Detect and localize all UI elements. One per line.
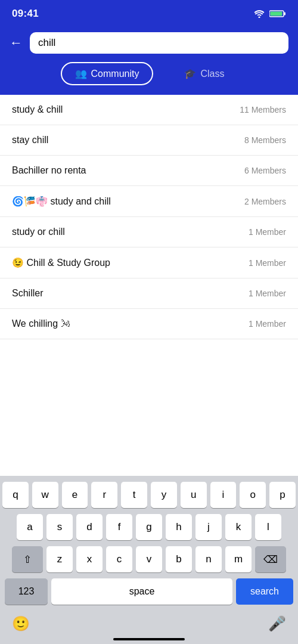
- result-members: 1 Member: [249, 289, 286, 298]
- table-row[interactable]: stay chill 8 Members: [0, 125, 298, 156]
- key-c[interactable]: c: [106, 546, 132, 572]
- table-row[interactable]: study & chill 11 Members: [0, 95, 298, 125]
- community-tab-label: Community: [91, 69, 139, 79]
- svg-rect-2: [271, 12, 283, 16]
- key-f[interactable]: f: [106, 514, 132, 540]
- shift-key[interactable]: ⇧: [12, 546, 43, 572]
- emoji-icon[interactable]: 🙂: [12, 615, 30, 632]
- result-members: 1 Member: [249, 319, 286, 329]
- table-row[interactable]: We chilling 🌬 1 Member: [0, 309, 298, 339]
- battery-icon: [269, 10, 286, 18]
- keyboard-row-2: a s d f g h j k l: [2, 514, 296, 540]
- key-u[interactable]: u: [181, 482, 207, 508]
- status-time: 09:41: [12, 8, 39, 20]
- keyboard-row-3: ⇧ z x c v b n m ⌫: [2, 546, 296, 572]
- result-name: stay chill: [12, 135, 48, 145]
- key-p[interactable]: p: [269, 482, 296, 508]
- tab-class[interactable]: 🎓 Class: [171, 62, 237, 85]
- result-name: We chilling 🌬: [12, 318, 70, 329]
- class-icon: 🎓: [184, 68, 196, 79]
- key-z[interactable]: z: [46, 546, 73, 572]
- status-icons: [254, 10, 286, 18]
- result-members: 8 Members: [244, 135, 286, 145]
- key-i[interactable]: i: [210, 482, 237, 508]
- key-a[interactable]: a: [17, 514, 43, 540]
- mic-icon[interactable]: 🎤: [268, 615, 286, 632]
- search-key[interactable]: search: [236, 578, 293, 605]
- tab-community[interactable]: 👥 Community: [61, 62, 154, 85]
- results-list: study & chill 11 Members stay chill 8 Me…: [0, 95, 298, 339]
- keyboard-emoji-row: 🙂 🎤: [2, 611, 296, 638]
- key-o[interactable]: o: [240, 482, 266, 508]
- space-key[interactable]: space: [51, 578, 232, 605]
- key-d[interactable]: d: [76, 514, 103, 540]
- table-row[interactable]: 😉 Chill & Study Group 1 Member: [0, 247, 298, 278]
- key-r[interactable]: r: [91, 482, 117, 508]
- key-m[interactable]: m: [225, 546, 252, 572]
- home-indicator: [113, 638, 185, 640]
- result-name: study & chill: [12, 104, 63, 115]
- table-row[interactable]: Schiller 1 Member: [0, 278, 298, 309]
- key-h[interactable]: h: [166, 514, 192, 540]
- class-tab-label: Class: [200, 69, 224, 79]
- table-row[interactable]: 🌀🎏👘 study and chill 2 Members: [0, 186, 298, 217]
- keyboard-row-1: q w e r t y u i o p: [2, 482, 296, 508]
- key-k[interactable]: k: [225, 514, 252, 540]
- keyboard-bottom-row: 123 space search: [2, 578, 296, 605]
- result-name: study or chill: [12, 227, 65, 237]
- keyboard: q w e r t y u i o p a s d f g h j k l ⇧ …: [0, 476, 298, 644]
- result-members: 1 Member: [249, 227, 286, 237]
- result-name: Bachiller no renta: [12, 165, 86, 176]
- result-name: 🌀🎏👘 study and chill: [12, 196, 111, 207]
- result-name: 😉 Chill & Study Group: [12, 257, 110, 268]
- status-bar: 09:41: [0, 0, 298, 26]
- key-g[interactable]: g: [136, 514, 162, 540]
- key-t[interactable]: t: [121, 482, 147, 508]
- svg-rect-1: [284, 13, 286, 16]
- search-input[interactable]: [38, 37, 280, 49]
- key-y[interactable]: y: [151, 482, 177, 508]
- result-members: 11 Members: [240, 105, 286, 114]
- key-s[interactable]: s: [46, 514, 73, 540]
- table-row[interactable]: study or chill 1 Member: [0, 217, 298, 247]
- result-members: 2 Members: [244, 197, 286, 206]
- search-field-container[interactable]: [30, 32, 288, 54]
- tabs-container: 👥 Community 🎓 Class: [0, 62, 298, 95]
- result-members: 1 Member: [249, 258, 286, 268]
- result-members: 6 Members: [244, 166, 286, 175]
- numbers-key[interactable]: 123: [5, 578, 48, 605]
- table-row[interactable]: Bachiller no renta 6 Members: [0, 156, 298, 186]
- key-q[interactable]: q: [2, 482, 29, 508]
- result-name: Schiller: [12, 288, 43, 299]
- backspace-key[interactable]: ⌫: [255, 546, 286, 572]
- wifi-icon: [254, 10, 265, 18]
- key-l[interactable]: l: [255, 514, 281, 540]
- header: ←: [0, 26, 298, 62]
- key-x[interactable]: x: [76, 546, 103, 572]
- key-e[interactable]: e: [62, 482, 88, 508]
- key-v[interactable]: v: [136, 546, 162, 572]
- key-w[interactable]: w: [32, 482, 58, 508]
- key-j[interactable]: j: [195, 514, 222, 540]
- community-icon: 👥: [75, 68, 87, 79]
- key-n[interactable]: n: [195, 546, 222, 572]
- back-button[interactable]: ←: [10, 35, 23, 51]
- key-b[interactable]: b: [166, 546, 192, 572]
